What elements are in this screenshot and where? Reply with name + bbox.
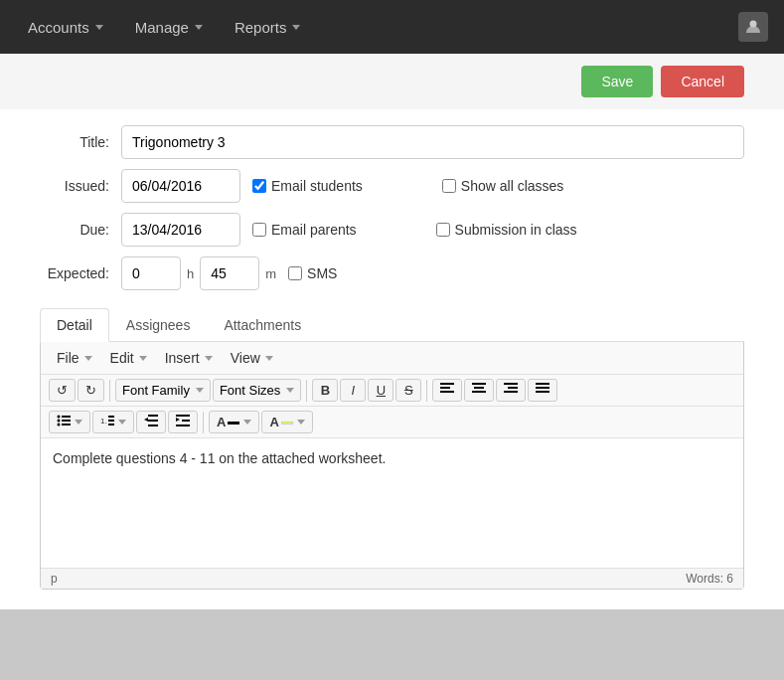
editor-content[interactable]: Complete questions 4 - 11 on the attache…	[41, 438, 743, 568]
editor-paragraph: Complete questions 4 - 11 on the attache…	[53, 450, 731, 466]
email-parents-label: Email parents	[271, 222, 357, 238]
cancel-button[interactable]: Cancel	[661, 66, 744, 97]
svg-rect-10	[536, 383, 549, 385]
highlight-label: A	[269, 415, 278, 429]
svg-rect-9	[504, 391, 518, 393]
nav-manage[interactable]: Manage	[123, 13, 215, 42]
tab-detail[interactable]: Detail	[40, 308, 109, 342]
due-input[interactable]	[121, 213, 240, 247]
align-left-button[interactable]	[432, 379, 462, 402]
redo-icon: ↻	[85, 383, 96, 398]
align-center-button[interactable]	[464, 379, 494, 402]
email-parents-checkbox[interactable]	[252, 223, 266, 237]
undo-button[interactable]: ↺	[49, 379, 76, 402]
navbar: Accounts Manage Reports	[0, 0, 784, 54]
toolbar-separator-4	[203, 412, 204, 433]
font-color-button[interactable]: A	[209, 411, 259, 433]
insert-menu-caret-icon	[205, 356, 213, 361]
sms-checkbox-label[interactable]: SMS	[288, 265, 337, 281]
sms-area: SMS	[288, 265, 744, 281]
expected-inputs: h m	[121, 256, 276, 290]
editor-toolbar-row1: ↺ ↻ Font Family Font Sizes B I U	[41, 375, 743, 407]
bold-icon: B	[321, 383, 330, 398]
font-family-caret-icon	[196, 388, 204, 393]
svg-rect-14	[62, 416, 71, 418]
user-icon[interactable]	[738, 12, 768, 42]
toolbar-separator-3	[426, 380, 427, 402]
edit-menu[interactable]: Edit	[102, 348, 155, 368]
align-center-icon	[472, 383, 486, 398]
svg-rect-25	[148, 420, 158, 422]
highlight-button[interactable]: A	[261, 411, 312, 433]
title-row: Title:	[40, 125, 744, 159]
expected-minutes-input[interactable]	[200, 256, 259, 290]
save-button[interactable]: Save	[581, 66, 653, 97]
show-all-classes-checkbox-label[interactable]: Show all classes	[442, 178, 564, 194]
issued-row: Issued: Email students Show all classes	[40, 169, 744, 203]
font-sizes-select[interactable]: Font Sizes	[213, 379, 301, 402]
minutes-unit-label: m	[265, 266, 276, 281]
svg-rect-2	[440, 387, 450, 389]
title-label: Title:	[40, 134, 109, 150]
font-family-select[interactable]: Font Family	[115, 379, 211, 402]
expected-label: Expected:	[40, 265, 109, 281]
email-parents-checkbox-label[interactable]: Email parents	[252, 222, 357, 238]
tab-attachments[interactable]: Attachments	[207, 308, 318, 342]
accounts-caret-icon	[95, 25, 103, 30]
underline-button[interactable]: U	[368, 379, 393, 402]
highlight-caret-icon	[297, 420, 305, 425]
submission-in-class-checkbox-label[interactable]: Submission in class	[436, 222, 577, 238]
italic-button[interactable]: I	[340, 379, 366, 402]
editor-statusbar: p Words: 6	[41, 568, 743, 589]
toolbar-separator-2	[306, 380, 307, 402]
insert-menu[interactable]: Insert	[157, 348, 221, 368]
outdent-icon	[144, 415, 158, 429]
font-family-label: Font Family	[122, 383, 190, 398]
svg-rect-21	[108, 420, 114, 422]
email-students-checkbox-label[interactable]: Email students	[252, 178, 363, 194]
align-justify-button[interactable]	[528, 379, 557, 402]
expected-hours-input[interactable]	[121, 256, 181, 290]
bold-button[interactable]: B	[312, 379, 338, 402]
svg-marker-28	[176, 418, 180, 422]
editor-words-label: Words: 6	[686, 572, 733, 586]
file-menu[interactable]: File	[49, 348, 100, 368]
accounts-label: Accounts	[28, 19, 89, 36]
svg-point-15	[58, 420, 61, 423]
svg-rect-26	[148, 425, 158, 426]
svg-rect-20	[108, 416, 114, 418]
show-all-classes-checkbox[interactable]	[442, 179, 456, 193]
tab-assignees[interactable]: Assignees	[109, 308, 208, 342]
font-color-label: A	[217, 415, 226, 429]
expected-row: Expected: h m SMS	[40, 256, 744, 290]
align-right-button[interactable]	[496, 379, 526, 402]
strikethrough-icon: S	[404, 383, 413, 398]
outdent-button[interactable]	[136, 411, 166, 433]
svg-rect-29	[182, 420, 190, 422]
ordered-list-caret-icon	[118, 420, 126, 425]
indent-button[interactable]	[168, 411, 198, 433]
sms-checkbox[interactable]	[288, 266, 302, 280]
file-menu-caret-icon	[84, 356, 92, 361]
nav-accounts[interactable]: Accounts	[16, 13, 115, 42]
font-color-caret-icon	[243, 420, 251, 425]
issued-input[interactable]	[121, 169, 240, 203]
nav-reports[interactable]: Reports	[223, 13, 313, 42]
redo-button[interactable]: ↻	[78, 379, 104, 402]
editor-element-label: p	[51, 572, 58, 586]
strikethrough-button[interactable]: S	[395, 379, 421, 402]
ordered-list-icon: 1.	[100, 415, 114, 429]
email-students-checkbox[interactable]	[252, 179, 266, 193]
manage-caret-icon	[195, 25, 203, 30]
highlight-indicator	[281, 422, 293, 425]
view-menu[interactable]: View	[223, 348, 281, 368]
svg-point-17	[58, 424, 61, 426]
submission-in-class-checkbox[interactable]	[436, 223, 450, 237]
reports-label: Reports	[235, 19, 287, 36]
due-label: Due:	[40, 222, 109, 238]
show-all-classes-label: Show all classes	[461, 178, 564, 194]
ordered-list-button[interactable]: 1.	[92, 411, 134, 433]
title-input[interactable]	[121, 125, 744, 159]
unordered-list-button[interactable]	[49, 411, 90, 433]
align-right-icon	[504, 383, 518, 398]
